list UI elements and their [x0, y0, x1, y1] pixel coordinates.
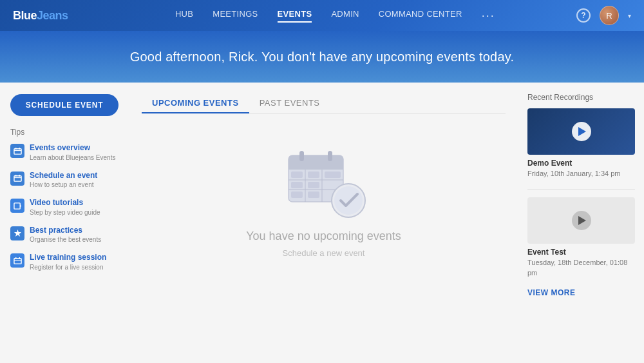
- nav-command-center[interactable]: COMMAND CENTER: [379, 9, 462, 23]
- video-tutorials-icon: [10, 199, 24, 213]
- help-button[interactable]: ?: [576, 8, 591, 23]
- event-tabs: UPCOMING EVENTS PAST EVENTS: [142, 93, 506, 113]
- sidebar: SCHEDULE EVENT Tips Events overview Lear…: [0, 83, 129, 363]
- tip-best-practices-sub: Organise the best events: [30, 235, 101, 244]
- tip-best-practices-title: Best practices: [30, 226, 101, 236]
- events-overview-icon: [10, 144, 24, 158]
- svg-rect-0: [14, 148, 21, 153]
- tip-best-practices[interactable]: Best practices Organise the best events: [10, 226, 118, 244]
- recording-card-2: Event Test Tuesday, 18th December, 01:08…: [527, 197, 635, 278]
- tip-video-tutorials-title: Video tutorials: [30, 198, 100, 208]
- tip-live-training[interactable]: Live training session Register for a liv…: [10, 253, 118, 271]
- nav-admin[interactable]: ADMIN: [331, 9, 359, 23]
- svg-rect-8: [14, 203, 19, 209]
- svg-rect-11: [14, 259, 21, 264]
- hero-banner: Good afternoon, Rick. You don't have any…: [0, 31, 644, 83]
- nav-right: ? R ▾: [576, 6, 631, 25]
- tab-upcoming-events[interactable]: UPCOMING EVENTS: [142, 93, 249, 113]
- no-events-icon: [285, 146, 363, 217]
- nav-links: HUB MEETINGS EVENTS ADMIN COMMAND CENTER…: [94, 9, 576, 23]
- tip-video-tutorials-sub: Step by step video guide: [30, 208, 100, 217]
- logo: BlueJeans: [13, 9, 68, 23]
- recording-card-1: Demo Event Friday, 10th January, 1:34 pm: [527, 108, 635, 179]
- recording-thumb-2[interactable]: [527, 197, 635, 244]
- recordings-divider: [527, 189, 635, 190]
- right-panel: Recent Recordings Demo Event Friday, 10t…: [518, 83, 644, 363]
- main-content: SCHEDULE EVENT Tips Events overview Lear…: [0, 83, 644, 363]
- svg-rect-17: [289, 163, 343, 170]
- schedule-event-button[interactable]: SCHEDULE EVENT: [10, 94, 118, 116]
- best-practices-icon: [10, 226, 24, 240]
- recording-title-1: Demo Event: [527, 159, 635, 168]
- tip-events-overview[interactable]: Events overview Learn about Bluejeans Ev…: [10, 143, 118, 162]
- tip-events-overview-sub: Learn about Bluejeans Events: [30, 153, 115, 162]
- svg-marker-10: [14, 230, 21, 237]
- hero-message: Good afternoon, Rick. You don't have any…: [130, 50, 514, 64]
- play-button-1[interactable]: [572, 122, 591, 141]
- recording-thumb-1[interactable]: [527, 108, 635, 155]
- svg-rect-24: [291, 172, 303, 178]
- svg-point-32: [334, 186, 363, 215]
- svg-rect-29: [291, 191, 303, 198]
- tip-schedule-event[interactable]: Schedule an event How to setup an event: [10, 171, 118, 190]
- no-events-subtitle: Schedule a new event: [283, 248, 365, 258]
- recording-title-2: Event Test: [527, 248, 635, 257]
- svg-rect-4: [14, 176, 21, 181]
- schedule-event-icon: [10, 172, 24, 186]
- svg-rect-27: [291, 182, 303, 188]
- recent-recordings-label: Recent Recordings: [527, 93, 635, 102]
- svg-rect-18: [299, 151, 304, 161]
- recording-date-2: Tuesday, 18th December, 01:08 pm: [527, 258, 635, 278]
- play-icon-1: [578, 127, 586, 136]
- view-more-button[interactable]: VIEW MORE: [527, 288, 635, 297]
- nav-events[interactable]: EVENTS: [278, 9, 312, 23]
- svg-marker-9: [20, 204, 21, 208]
- live-training-icon: [10, 253, 24, 268]
- tab-past-events[interactable]: PAST EVENTS: [249, 93, 330, 113]
- tip-events-overview-title: Events overview: [30, 143, 115, 153]
- play-button-2[interactable]: [572, 211, 591, 230]
- no-events-title: You have no upcoming events: [246, 230, 401, 243]
- nav-more-icon[interactable]: ···: [482, 9, 495, 23]
- recording-date-1: Friday, 10th January, 1:34 pm: [527, 169, 635, 179]
- tip-live-training-title: Live training session: [30, 253, 106, 263]
- svg-rect-28: [308, 182, 319, 188]
- svg-rect-25: [308, 172, 319, 178]
- nav-hub[interactable]: HUB: [175, 9, 193, 23]
- tip-schedule-event-sub: How to setup an event: [30, 181, 97, 189]
- tip-schedule-event-title: Schedule an event: [30, 171, 97, 181]
- tip-live-training-sub: Register for a live session: [30, 263, 106, 271]
- navbar: BlueJeans HUB MEETINGS EVENTS ADMIN COMM…: [0, 0, 644, 31]
- tip-video-tutorials[interactable]: Video tutorials Step by step video guide: [10, 198, 118, 217]
- svg-rect-26: [325, 172, 341, 178]
- play-icon-2: [578, 216, 586, 225]
- tips-label: Tips: [10, 128, 118, 137]
- avatar-chevron-icon[interactable]: ▾: [628, 12, 631, 19]
- nav-meetings[interactable]: MEETINGS: [213, 9, 258, 23]
- empty-state: You have no upcoming events Schedule a n…: [142, 126, 506, 258]
- center-panel: UPCOMING EVENTS PAST EVENTS: [129, 83, 518, 363]
- svg-rect-19: [328, 151, 332, 161]
- svg-rect-30: [308, 191, 319, 198]
- avatar[interactable]: R: [600, 6, 619, 25]
